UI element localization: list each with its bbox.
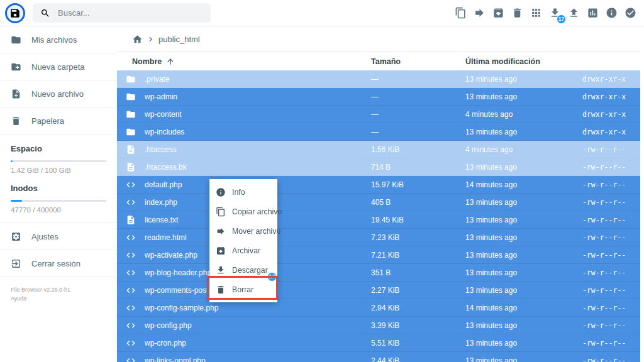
table-row[interactable]: wp-links-opml.php2.44 KiB13 minutes ago-…	[117, 352, 640, 362]
file-size: 405 B	[371, 198, 465, 207]
archive-button[interactable]	[489, 4, 508, 23]
help-link[interactable]: Ayuda	[11, 294, 106, 303]
inodes-value: 47770 / 400000	[11, 206, 106, 214]
check-circle-icon	[625, 7, 636, 19]
table-row[interactable]: wp-activate.php7.21 KiB13 minutes ago-rw…	[117, 246, 640, 264]
select-multiple-button[interactable]	[621, 4, 640, 23]
table-row[interactable]: wp-blog-header.php351 B13 minutes ago-rw…	[117, 264, 640, 282]
search-input[interactable]	[57, 8, 203, 18]
download-button[interactable]: 17	[545, 4, 564, 23]
file-name: wp-links-opml.php	[145, 356, 371, 362]
table-row[interactable]: .private—13 minutes agodrwxr-xr-x	[117, 70, 640, 88]
menu-item-label: Mover archivo	[232, 227, 280, 236]
inodes-usage: Inodos47770 / 400000	[11, 184, 106, 214]
new-file-icon	[11, 89, 21, 99]
version-text: File Browser v2.26.0-h1	[11, 285, 106, 294]
breadcrumb-folder: public_html	[158, 35, 200, 44]
sidebar-item-my-files[interactable]: Mis archivos	[0, 26, 117, 53]
menu-item-delete[interactable]: Borrar	[209, 280, 277, 299]
sort-ascending-icon	[166, 57, 175, 66]
menu-item-label: Info	[232, 188, 245, 197]
table-row[interactable]: wp-comments-post.php2.27 KiB13 minutes a…	[117, 282, 640, 299]
inodes-progress-bar	[11, 200, 106, 202]
info-button[interactable]	[602, 4, 621, 23]
file-permissions: drwxr-xr-x	[582, 110, 642, 119]
menu-item-label: Archivar	[232, 246, 260, 255]
table-row[interactable]: wp-config.php3.39 KiB13 minutes ago-rw-r…	[117, 317, 640, 334]
sidebar-item-new-file[interactable]: Nuevo archivo	[0, 80, 117, 107]
sidebar-item-new-folder[interactable]: Nueva carpeta	[0, 53, 117, 80]
sidebar-item-settings[interactable]: Ajustes	[0, 223, 117, 250]
archive-icon	[492, 7, 504, 19]
forward-icon	[474, 7, 486, 19]
floppy-disk-icon	[9, 8, 21, 19]
usage-chart-button[interactable]	[583, 4, 602, 23]
code-icon	[126, 356, 136, 362]
delete-icon	[216, 285, 226, 295]
sidebar-item-label: Papelera	[31, 116, 64, 126]
file-modified: 13 minutes ago	[465, 321, 582, 330]
menu-item-move-file[interactable]: Mover archivo	[209, 221, 277, 241]
file-modified: 13 minutes ago	[465, 92, 582, 101]
sidebar-item-logout[interactable]: Cerrar sesión	[0, 250, 117, 277]
upload-icon	[568, 7, 580, 19]
folder-icon	[126, 92, 136, 102]
menu-item-copy-file[interactable]: Copiar archivo	[209, 202, 277, 221]
column-header-modified[interactable]: Última modificación	[465, 57, 582, 66]
file-modified: 13 minutes ago	[465, 75, 582, 84]
archive-icon	[216, 246, 226, 256]
table-row[interactable]: wp-includes—13 minutes agodrwxr-xr-x	[117, 123, 640, 141]
sidebar-item-trash[interactable]: Papelera	[0, 107, 117, 134]
table-row[interactable]: .htaccess1.56 KiB4 minutes ago-rw-r--r--	[117, 141, 640, 158]
folder-icon	[126, 127, 136, 137]
copy-icon	[455, 7, 467, 19]
table-row[interactable]: readme.html7.23 KiB13 minutes ago-rw-r--…	[117, 229, 640, 246]
menu-item-download[interactable]: Descargar17	[209, 260, 277, 280]
file-permissions: -rw-r--r--	[582, 198, 642, 207]
listing: Nombre Tamaño Última modificación .priva…	[117, 52, 640, 362]
file-name: wp-content	[145, 110, 371, 119]
table-row[interactable]: wp-content—4 minutes agodrwxr-xr-x	[117, 106, 640, 123]
context-menu: InfoCopiar archivoMover archivoArchivarD…	[209, 179, 277, 302]
search-bar[interactable]	[33, 3, 211, 23]
file-permissions: -rw-r--r--	[582, 216, 642, 224]
column-header-name[interactable]: Nombre	[117, 57, 371, 66]
file-modified: 13 minutes ago	[465, 216, 582, 224]
file-permissions: -rw-r--r--	[582, 321, 642, 330]
table-row[interactable]: wp-admin—13 minutes agodrwxr-xr-x	[117, 88, 640, 106]
file-name: wp-config.php	[145, 321, 371, 330]
file-modified: 14 minutes ago	[465, 180, 582, 189]
file-name: .htaccess.bk	[145, 163, 371, 172]
copy-button[interactable]	[451, 4, 470, 23]
code-icon	[126, 268, 136, 278]
upload-button[interactable]	[564, 4, 583, 23]
table-row[interactable]: index.php405 B13 minutes ago-rw-r--r--	[117, 194, 640, 211]
table-row[interactable]: wp-config-sample.php2.94 KiB14 minutes a…	[117, 299, 640, 317]
copy-icon	[216, 207, 226, 217]
file-icon	[126, 215, 136, 225]
file-modified: 13 minutes ago	[465, 251, 582, 260]
table-row[interactable]: default.php15.97 KiB14 minutes ago-rw-r-…	[117, 176, 640, 194]
menu-item-label: Copiar archivo	[232, 207, 282, 216]
file-size: 2.44 KiB	[371, 356, 465, 362]
delete-icon	[11, 116, 21, 126]
file-modified: 13 minutes ago	[465, 356, 582, 362]
switch-view-button[interactable]	[526, 4, 545, 23]
sidebar-footer: File Browser v2.26.0-h1 Ayuda	[0, 277, 117, 312]
table-row[interactable]: wp-cron.php5.51 KiB13 minutes ago-rw-r--…	[117, 334, 640, 352]
delete-button[interactable]	[508, 4, 526, 23]
move-button[interactable]	[470, 4, 489, 23]
file-permissions: -rw-r--r--	[582, 268, 642, 277]
table-row[interactable]: .htaccess.bk714 B13 minutes ago-rw-r--r-…	[117, 158, 640, 176]
table-row[interactable]: license.txt19.45 KiB13 minutes ago-rw-r-…	[117, 211, 640, 229]
menu-item-info[interactable]: Info	[209, 182, 277, 202]
menu-item-archive[interactable]: Archivar	[209, 241, 277, 260]
column-header-size[interactable]: Tamaño	[371, 57, 465, 66]
file-modified: 4 minutes ago	[465, 110, 582, 119]
file-modified: 13 minutes ago	[465, 286, 582, 295]
home-icon[interactable]	[132, 34, 143, 45]
file-permissions: -rw-r--r--	[582, 233, 642, 242]
filebrowser-logo[interactable]	[5, 3, 25, 23]
sidebar-item-label: Mis archivos	[31, 35, 77, 45]
breadcrumb: public_html	[117, 26, 644, 52]
